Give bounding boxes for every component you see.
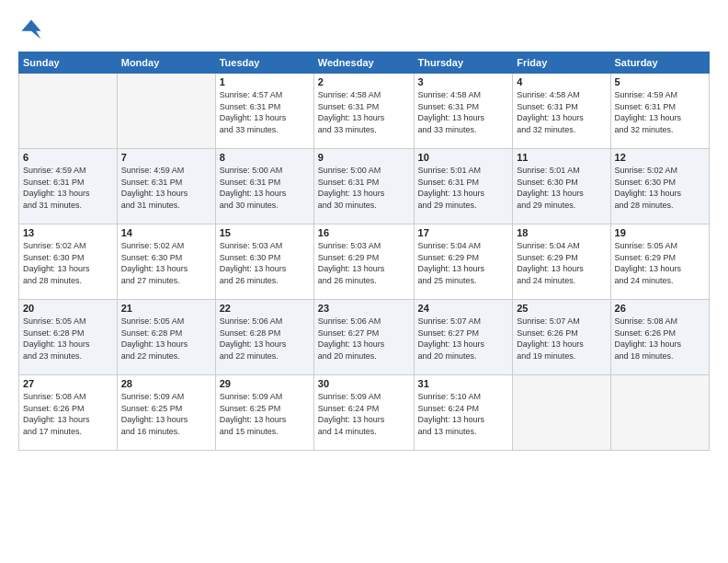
calendar-week-row: 6Sunrise: 4:59 AM Sunset: 6:31 PM Daylig… — [19, 149, 710, 224]
day-info: Sunrise: 5:03 AM Sunset: 6:30 PM Dayligh… — [220, 240, 310, 286]
calendar-cell: 16Sunrise: 5:03 AM Sunset: 6:29 PM Dayli… — [313, 224, 414, 300]
calendar-cell: 25Sunrise: 5:07 AM Sunset: 6:26 PM Dayli… — [513, 300, 610, 375]
col-header-saturday: Saturday — [610, 52, 709, 74]
day-number: 29 — [220, 378, 310, 389]
calendar-cell: 21Sunrise: 5:05 AM Sunset: 6:28 PM Dayli… — [117, 300, 215, 375]
col-header-thursday: Thursday — [414, 52, 513, 74]
calendar-week-row: 20Sunrise: 5:05 AM Sunset: 6:28 PM Dayli… — [19, 300, 710, 375]
calendar-cell: 30Sunrise: 5:09 AM Sunset: 6:24 PM Dayli… — [313, 375, 414, 451]
calendar-cell: 10Sunrise: 5:01 AM Sunset: 6:31 PM Dayli… — [414, 149, 513, 224]
calendar-cell: 1Sunrise: 4:57 AM Sunset: 6:31 PM Daylig… — [215, 74, 313, 149]
calendar-cell: 4Sunrise: 4:58 AM Sunset: 6:31 PM Daylig… — [513, 74, 610, 149]
day-info: Sunrise: 4:58 AM Sunset: 6:31 PM Dayligh… — [318, 89, 410, 135]
day-number: 15 — [220, 227, 310, 238]
calendar-table: SundayMondayTuesdayWednesdayThursdayFrid… — [18, 52, 710, 451]
calendar-week-row: 1Sunrise: 4:57 AM Sunset: 6:31 PM Daylig… — [19, 74, 710, 149]
calendar-cell: 23Sunrise: 5:06 AM Sunset: 6:27 PM Dayli… — [313, 300, 414, 375]
day-number: 30 — [318, 378, 410, 389]
calendar-cell — [513, 375, 610, 451]
day-number: 23 — [318, 303, 410, 314]
day-info: Sunrise: 5:10 AM Sunset: 6:24 PM Dayligh… — [418, 391, 509, 437]
calendar-cell: 29Sunrise: 5:09 AM Sunset: 6:25 PM Dayli… — [215, 375, 313, 451]
day-number: 19 — [615, 227, 705, 238]
calendar-cell — [117, 74, 215, 149]
calendar-cell: 19Sunrise: 5:05 AM Sunset: 6:29 PM Dayli… — [610, 224, 709, 300]
calendar-cell: 12Sunrise: 5:02 AM Sunset: 6:30 PM Dayli… — [610, 149, 709, 224]
day-info: Sunrise: 5:01 AM Sunset: 6:31 PM Dayligh… — [418, 165, 509, 211]
calendar-week-row: 27Sunrise: 5:08 AM Sunset: 6:26 PM Dayli… — [19, 375, 710, 451]
day-number: 9 — [318, 152, 410, 163]
calendar-cell: 13Sunrise: 5:02 AM Sunset: 6:30 PM Dayli… — [19, 224, 118, 300]
calendar-cell: 11Sunrise: 5:01 AM Sunset: 6:30 PM Dayli… — [513, 149, 610, 224]
calendar-cell: 18Sunrise: 5:04 AM Sunset: 6:29 PM Dayli… — [513, 224, 610, 300]
day-info: Sunrise: 5:09 AM Sunset: 6:25 PM Dayligh… — [121, 391, 211, 437]
day-info: Sunrise: 5:05 AM Sunset: 6:28 PM Dayligh… — [23, 316, 113, 362]
day-number: 27 — [23, 378, 113, 389]
day-info: Sunrise: 5:04 AM Sunset: 6:29 PM Dayligh… — [418, 240, 509, 286]
calendar-week-row: 13Sunrise: 5:02 AM Sunset: 6:30 PM Dayli… — [19, 224, 710, 300]
page: SundayMondayTuesdayWednesdayThursdayFrid… — [0, 0, 728, 563]
col-header-friday: Friday — [513, 52, 610, 74]
day-number: 22 — [220, 303, 310, 314]
day-number: 16 — [318, 227, 410, 238]
calendar-cell: 6Sunrise: 4:59 AM Sunset: 6:31 PM Daylig… — [19, 149, 118, 224]
day-info: Sunrise: 5:05 AM Sunset: 6:29 PM Dayligh… — [615, 240, 705, 286]
col-header-tuesday: Tuesday — [215, 52, 313, 74]
day-info: Sunrise: 5:08 AM Sunset: 6:26 PM Dayligh… — [615, 316, 705, 362]
day-info: Sunrise: 5:05 AM Sunset: 6:28 PM Dayligh… — [121, 316, 211, 362]
day-info: Sunrise: 5:02 AM Sunset: 6:30 PM Dayligh… — [615, 165, 705, 211]
calendar-cell: 15Sunrise: 5:03 AM Sunset: 6:30 PM Dayli… — [215, 224, 313, 300]
day-number: 26 — [615, 303, 705, 314]
day-number: 2 — [318, 76, 410, 87]
day-number: 6 — [23, 152, 113, 163]
calendar-cell — [19, 74, 118, 149]
day-number: 1 — [220, 76, 310, 87]
day-number: 5 — [615, 76, 705, 87]
day-info: Sunrise: 4:57 AM Sunset: 6:31 PM Dayligh… — [220, 89, 310, 135]
calendar-cell: 14Sunrise: 5:02 AM Sunset: 6:30 PM Dayli… — [117, 224, 215, 300]
calendar-cell: 3Sunrise: 4:58 AM Sunset: 6:31 PM Daylig… — [414, 74, 513, 149]
day-info: Sunrise: 4:59 AM Sunset: 6:31 PM Dayligh… — [615, 89, 705, 135]
calendar-header-row: SundayMondayTuesdayWednesdayThursdayFrid… — [19, 52, 710, 74]
day-number: 17 — [418, 227, 509, 238]
calendar-cell: 27Sunrise: 5:08 AM Sunset: 6:26 PM Dayli… — [19, 375, 118, 451]
day-number: 4 — [517, 76, 606, 87]
day-info: Sunrise: 5:06 AM Sunset: 6:28 PM Dayligh… — [220, 316, 310, 362]
day-number: 13 — [23, 227, 113, 238]
day-number: 14 — [121, 227, 211, 238]
day-number: 21 — [121, 303, 211, 314]
day-number: 31 — [418, 378, 509, 389]
calendar-cell: 2Sunrise: 4:58 AM Sunset: 6:31 PM Daylig… — [313, 74, 414, 149]
col-header-sunday: Sunday — [19, 52, 118, 74]
calendar-cell — [610, 375, 709, 451]
day-number: 18 — [517, 227, 606, 238]
header — [18, 17, 710, 42]
day-info: Sunrise: 4:59 AM Sunset: 6:31 PM Dayligh… — [121, 165, 211, 211]
day-number: 25 — [517, 303, 606, 314]
day-number: 12 — [615, 152, 705, 163]
day-info: Sunrise: 5:06 AM Sunset: 6:27 PM Dayligh… — [318, 316, 410, 362]
calendar-cell: 24Sunrise: 5:07 AM Sunset: 6:27 PM Dayli… — [414, 300, 513, 375]
day-number: 8 — [220, 152, 310, 163]
day-number: 7 — [121, 152, 211, 163]
calendar-cell: 5Sunrise: 4:59 AM Sunset: 6:31 PM Daylig… — [610, 74, 709, 149]
day-info: Sunrise: 5:03 AM Sunset: 6:29 PM Dayligh… — [318, 240, 410, 286]
day-info: Sunrise: 5:07 AM Sunset: 6:26 PM Dayligh… — [517, 316, 606, 362]
day-number: 11 — [517, 152, 606, 163]
day-info: Sunrise: 5:07 AM Sunset: 6:27 PM Dayligh… — [418, 316, 509, 362]
calendar-cell: 17Sunrise: 5:04 AM Sunset: 6:29 PM Dayli… — [414, 224, 513, 300]
day-info: Sunrise: 4:58 AM Sunset: 6:31 PM Dayligh… — [418, 89, 509, 135]
col-header-monday: Monday — [117, 52, 215, 74]
calendar-cell: 8Sunrise: 5:00 AM Sunset: 6:31 PM Daylig… — [215, 149, 313, 224]
day-info: Sunrise: 5:08 AM Sunset: 6:26 PM Dayligh… — [23, 391, 113, 437]
calendar-cell: 31Sunrise: 5:10 AM Sunset: 6:24 PM Dayli… — [414, 375, 513, 451]
calendar-cell: 9Sunrise: 5:00 AM Sunset: 6:31 PM Daylig… — [313, 149, 414, 224]
calendar-cell: 20Sunrise: 5:05 AM Sunset: 6:28 PM Dayli… — [19, 300, 118, 375]
day-info: Sunrise: 5:02 AM Sunset: 6:30 PM Dayligh… — [23, 240, 113, 286]
day-info: Sunrise: 5:09 AM Sunset: 6:25 PM Dayligh… — [220, 391, 310, 437]
day-info: Sunrise: 4:58 AM Sunset: 6:31 PM Dayligh… — [517, 89, 606, 135]
logo-icon — [18, 17, 44, 42]
col-header-wednesday: Wednesday — [313, 52, 414, 74]
calendar-cell: 7Sunrise: 4:59 AM Sunset: 6:31 PM Daylig… — [117, 149, 215, 224]
day-number: 28 — [121, 378, 211, 389]
